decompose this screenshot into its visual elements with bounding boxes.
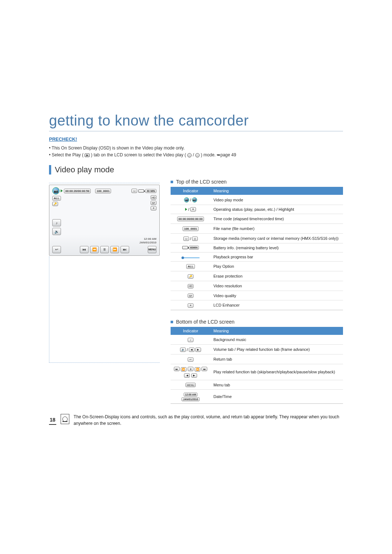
subhead-bullet-icon [171, 181, 173, 183]
precheck-bullets: This On Screen Display (OSD) is shown in… [49, 145, 343, 159]
table-row: ALL Play Option [171, 262, 343, 271]
fast-forward-icon[interactable]: ⏩ [110, 246, 119, 253]
bottom-subhead-text: Bottom of the LCD screen [176, 319, 234, 325]
video-mode-hd-icon [187, 153, 192, 157]
battery-info-icon [138, 189, 144, 193]
section-heading: Video play mode [49, 165, 343, 175]
table-row: MENU Menu tab [171, 380, 343, 390]
table-row: / ✦ Operating status (play, pause, etc.)… [171, 205, 343, 214]
osd-screen: 📷 00:00:20/00:00:50 100_0001 ▭ 60 MIN AL… [49, 185, 160, 255]
return-tab-icon: ↩ [188, 357, 193, 362]
table-header-meaning: Meaning [211, 187, 343, 195]
volume-frame-icon: 🔉 / ◀ ▶ [180, 348, 201, 352]
osd-date: JAN/01/2010 [52, 241, 156, 245]
video-quality-icon: SF [188, 294, 193, 298]
table-header-indicator: Indicator [171, 187, 211, 195]
file-name-label: 100_0001 [95, 189, 111, 193]
play-option-icon: ALL [52, 196, 61, 201]
osd-left-icons: ALL 🔑 [52, 196, 61, 206]
dotted-connector-vertical [49, 257, 49, 362]
meaning-cell: LCD Enhancer [211, 300, 343, 310]
osd-top-row: 📷 00:00:20/00:00:50 100_0001 ▭ 60 MIN [52, 187, 156, 194]
osd-datetime: 12:00 AM JAN/01/2010 [52, 237, 156, 244]
subhead-bullet-icon [171, 321, 173, 323]
top-subhead: Top of the LCD screen [171, 179, 343, 185]
meaning-cell: Video resolution [211, 281, 343, 291]
meaning-cell: Storage media (memory card or internal m… [211, 234, 343, 243]
video-quality-icon: SF [151, 201, 156, 205]
table-row: 100_0001 File name (file number) [171, 224, 343, 234]
table-row: ↩ Return tab [171, 354, 343, 364]
table-row: ♪ Background music [171, 335, 343, 344]
table-row: 12:00 AM JAN/01/2010 Date/Time [171, 390, 343, 404]
video-play-mode-icon: 📷 / 📷 [184, 197, 197, 202]
meaning-cell: Return tab [211, 354, 343, 364]
table-header-meaning: Meaning [211, 327, 343, 335]
table-row: SF Video quality [171, 291, 343, 300]
meaning-cell: Playback progress bar [211, 253, 343, 262]
datetime-icon: 12:00 AM JAN/01/2010 [181, 393, 199, 401]
note-text: The On-Screen-Display icons and controls… [74, 414, 343, 427]
osd-right-icons: HD SF ☀ [151, 195, 156, 210]
osd-control-bar: ↩ ⏮ ⏪ ⏸ ⏩ ⏭ MENU [52, 246, 156, 253]
table-row: 00:00:00/00:00:00 Time code (elapsed tim… [171, 214, 343, 224]
meaning-cell: Date/Time [211, 390, 343, 404]
skip-next-icon[interactable]: ⏭ [121, 246, 129, 253]
meaning-cell: Menu tab [211, 380, 343, 390]
return-tab-icon[interactable]: ↩ [52, 246, 61, 253]
table-row: HD Video resolution [171, 281, 343, 291]
bullet-item: Select the Play ( ▶ ) tab on the LCD scr… [49, 152, 343, 159]
meaning-cell: Volume tab / Play related function tab (… [211, 344, 343, 354]
storage-media-icon: ▭ [131, 189, 137, 193]
menu-tab-icon: MENU [185, 383, 196, 387]
osd-top-right-icons: ▭ 60 MIN [131, 189, 156, 193]
video-resolution-icon: HD [151, 195, 156, 200]
page-number: 18 [49, 416, 56, 425]
play-option-icon: ALL [186, 264, 195, 269]
play-status-icon [61, 189, 63, 192]
bg-music-icon[interactable]: ♪ [52, 219, 61, 226]
battery-min-label: 60 MIN [145, 189, 156, 193]
meaning-cell: Video play mode [211, 195, 343, 205]
time-code-label: 00:00:00/00:00:00 [177, 217, 204, 221]
table-row: ▭ / ⎙ Storage media (memory card or inte… [171, 234, 343, 243]
volume-tab-icon[interactable]: 🔉 [52, 228, 61, 235]
top-indicators-table: Indicator Meaning 📷 / 📷 Video play mode … [171, 187, 343, 310]
content-columns: 📷 00:00:20/00:00:50 100_0001 ▭ 60 MIN AL… [49, 179, 343, 404]
skip-prev-icon[interactable]: ⏮ [80, 246, 89, 253]
manual-page: getting to know the camcorder PRECHECK! … [0, 0, 392, 554]
table-row: 🔑 Erase protection [171, 271, 343, 281]
bg-music-icon: ♪ [188, 338, 193, 342]
meaning-cell: Time code (elapsed time/recorded time) [211, 214, 343, 224]
table-header-indicator: Indicator [171, 327, 211, 335]
video-play-mode-icon: 📷 [52, 187, 60, 194]
precheck-label: PRECHECK! [49, 136, 343, 142]
table-row: Playback progress bar [171, 253, 343, 262]
left-column: 📷 00:00:20/00:00:50 100_0001 ▭ 60 MIN AL… [49, 179, 160, 404]
meaning-cell: Erase protection [211, 271, 343, 281]
erase-protection-icon: 🔑 [188, 274, 193, 279]
pause-icon[interactable]: ⏸ [100, 246, 109, 253]
osd-bottom-area: ♪ 🔉 12:00 AM JAN/01/2010 ↩ ⏮ ⏪ [52, 219, 156, 253]
progress-bar-icon [181, 257, 200, 258]
menu-tab-icon[interactable]: MENU [148, 246, 156, 253]
table-row: ⏮ ⏪ ⏸ ⏩ ⏭ ◀ ▶ Play related function tab … [171, 364, 343, 380]
table-row: 🔉 / ◀ ▶ Volume tab / Play related functi… [171, 344, 343, 354]
meaning-cell: Battery info. (remaining battery level) [211, 243, 343, 253]
video-mode-sd-icon [195, 153, 200, 157]
video-resolution-icon: HD [188, 284, 193, 288]
table-row: 📷 / 📷 Video play mode [171, 195, 343, 205]
chapter-title: getting to know the camcorder [49, 112, 343, 131]
meaning-cell: File name (file number) [211, 224, 343, 234]
rewind-icon[interactable]: ⏪ [90, 246, 99, 253]
lcd-enhancer-icon: ☀ [188, 303, 193, 308]
bullet-text: This On Screen Display (OSD) is shown in… [52, 145, 184, 151]
storage-media-icon: ▭ / ⎙ [183, 237, 197, 241]
table-row: ☀ LCD Enhancer [171, 300, 343, 310]
bottom-indicators-table: Indicator Meaning ♪ Background music 🔉 /… [171, 327, 343, 404]
battery-info-icon: 60MIN [182, 246, 199, 250]
note-box: 18 The On-Screen-Display icons and contr… [49, 414, 343, 427]
bottom-subhead: Bottom of the LCD screen [171, 319, 343, 325]
top-subhead-text: Top of the LCD screen [176, 179, 226, 185]
meaning-cell: Play related function tab (skip/search/p… [211, 364, 343, 380]
